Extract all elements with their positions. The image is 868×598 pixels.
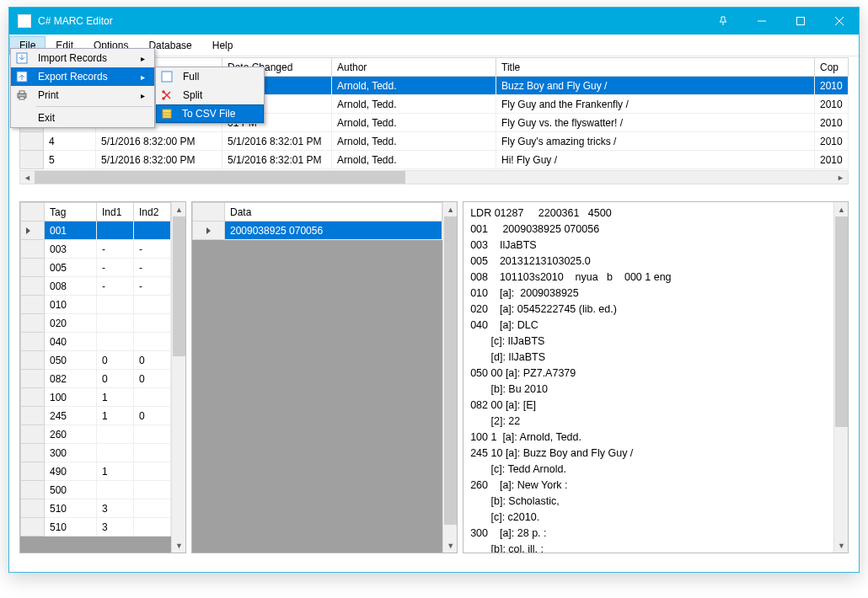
cell-ind2[interactable]: - [134, 277, 171, 296]
tag-row[interactable]: 020 [21, 314, 171, 333]
tag-row[interactable]: 008 - - [21, 277, 171, 296]
cell-ind1[interactable]: 0 [97, 351, 134, 370]
cell-ind2[interactable] [134, 222, 171, 240]
cell-title[interactable]: Fly Guy vs. the flyswatter! / [496, 114, 815, 132]
cell-datechanged[interactable]: 5/1/2016 8:32:01 PM [222, 151, 332, 169]
cell-cop[interactable]: 2010 [815, 95, 849, 114]
cell-tag[interactable]: 082 [45, 370, 97, 388]
cell-tag[interactable]: 500 [45, 481, 97, 499]
col-data[interactable]: Data [225, 203, 442, 222]
cell-ind2[interactable]: 0 [134, 407, 171, 425]
col-cop[interactable]: Cop [815, 58, 849, 77]
col-author[interactable]: Author [332, 58, 496, 77]
cell-ind1[interactable]: 1 [97, 462, 134, 481]
cell-ind1[interactable]: - [97, 277, 134, 296]
cell-title[interactable]: Fly Guy and the Frankenfly / [496, 95, 815, 114]
data-cell[interactable]: 2009038925 070056 [225, 222, 442, 240]
cell-tag[interactable]: 050 [45, 351, 97, 370]
tag-row[interactable]: 260 [21, 425, 171, 444]
cell-cop[interactable]: 2010 [815, 77, 849, 95]
cell-tag[interactable]: 008 [45, 277, 97, 296]
cell-datechanged[interactable]: 5/1/2016 8:32:01 PM [222, 132, 332, 151]
cell-ind1[interactable]: - [97, 259, 134, 277]
cell-ind2[interactable] [134, 425, 171, 444]
cell-ind1[interactable] [97, 314, 134, 333]
tags-vscroll[interactable]: ▲ ▼ [171, 202, 185, 553]
cell-ind1[interactable]: 0 [97, 370, 134, 388]
tag-row[interactable]: 005 - - [21, 259, 171, 277]
tag-row[interactable]: 050 0 0 [21, 351, 171, 370]
cell-author[interactable]: Arnold, Tedd. [332, 95, 496, 114]
cell-tag[interactable]: 005 [45, 259, 97, 277]
cell-num[interactable]: 5 [44, 151, 96, 169]
cell-ind2[interactable] [134, 444, 171, 462]
menu-print[interactable]: Print ▸ [11, 86, 154, 104]
cell-ind2[interactable] [134, 518, 171, 537]
scroll-left-icon[interactable]: ◄ [20, 171, 35, 184]
cell-ind2[interactable] [134, 333, 171, 351]
tag-row[interactable]: 510 3 [21, 499, 171, 518]
cell-dateadded[interactable]: 5/1/2016 8:32:00 PM [96, 132, 222, 151]
cell-ind2[interactable] [134, 462, 171, 481]
menu-help[interactable]: Help [202, 36, 244, 55]
pin-button[interactable] [704, 8, 742, 35]
scroll-thumb[interactable] [173, 216, 185, 356]
submenu-full[interactable]: Full [156, 67, 264, 86]
tag-row[interactable]: 040 [21, 333, 171, 351]
tag-row[interactable]: 003 - - [21, 240, 171, 259]
cell-ind2[interactable] [134, 388, 171, 407]
tag-row[interactable]: 001 [21, 222, 171, 240]
scroll-thumb[interactable] [444, 216, 457, 525]
scroll-down-icon[interactable]: ▼ [443, 538, 457, 553]
cell-tag[interactable]: 040 [45, 333, 97, 351]
cell-tag[interactable]: 510 [45, 518, 97, 537]
scroll-up-icon[interactable]: ▲ [834, 202, 849, 216]
scroll-down-icon[interactable]: ▼ [172, 538, 185, 553]
scroll-right-icon[interactable]: ► [833, 171, 848, 184]
cell-cop[interactable]: 2010 [815, 132, 849, 151]
cell-ind1[interactable]: 3 [97, 518, 134, 537]
tag-row[interactable]: 245 1 0 [21, 407, 171, 425]
cell-cop[interactable]: 2010 [815, 114, 849, 132]
cell-ind1[interactable] [97, 425, 134, 444]
data-row[interactable]: 2009038925 070056 [193, 222, 442, 240]
cell-ind1[interactable]: 1 [97, 388, 134, 407]
cell-dateadded[interactable]: 5/1/2016 8:32:00 PM [96, 151, 222, 169]
cell-tag[interactable]: 300 [45, 444, 97, 462]
cell-ind2[interactable] [134, 314, 171, 333]
cell-tag[interactable]: 245 [45, 407, 97, 425]
cell-ind1[interactable] [97, 444, 134, 462]
cell-tag[interactable]: 510 [45, 499, 97, 518]
raw-marc-panel[interactable]: LDR 01287 2200361 4500 001 2009038925 07… [463, 201, 849, 553]
cell-ind1[interactable] [97, 481, 134, 499]
raw-vscroll[interactable]: ▲ ▼ [833, 202, 848, 553]
tag-row[interactable]: 010 [21, 296, 171, 314]
cell-author[interactable]: Arnold, Tedd. [332, 151, 496, 169]
tag-row[interactable]: 500 [21, 481, 171, 499]
cell-ind2[interactable]: 0 [134, 351, 171, 370]
menu-import-records[interactable]: Import Records ▸ [11, 49, 154, 67]
close-button[interactable] [820, 8, 859, 35]
col-tag[interactable]: Tag [45, 203, 97, 222]
tags-grid[interactable]: Tag Ind1 Ind2 001 003 - - 005 - - 008 - … [20, 202, 171, 537]
scroll-up-icon[interactable]: ▲ [443, 202, 457, 216]
data-grid[interactable]: Data 2009038925 070056 [192, 202, 442, 240]
cell-ind2[interactable]: - [134, 240, 171, 259]
cell-ind1[interactable] [97, 222, 134, 240]
cell-title[interactable]: Hi! Fly Guy / [496, 151, 815, 169]
cell-tag[interactable]: 001 [45, 222, 97, 240]
cell-ind1[interactable] [97, 333, 134, 351]
cell-ind2[interactable]: 0 [134, 370, 171, 388]
cell-ind2[interactable] [134, 481, 171, 499]
cell-num[interactable]: 4 [44, 132, 96, 151]
data-vscroll[interactable]: ▲ ▼ [442, 202, 457, 553]
cell-tag[interactable]: 010 [45, 296, 97, 314]
cell-author[interactable]: Arnold, Tedd. [332, 114, 496, 132]
tag-row[interactable]: 082 0 0 [21, 370, 171, 388]
cell-ind1[interactable]: 1 [97, 407, 134, 425]
submenu-to-csv[interactable]: To CSV File [156, 104, 264, 123]
cell-cop[interactable]: 2010 [815, 151, 849, 169]
minimize-button[interactable] [742, 8, 781, 35]
records-hscroll[interactable]: ◄ ► [19, 170, 849, 184]
cell-ind2[interactable] [134, 296, 171, 314]
